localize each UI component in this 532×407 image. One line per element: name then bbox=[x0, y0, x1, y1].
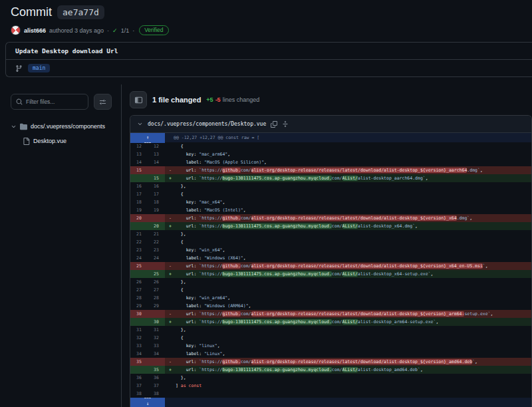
new-line-number[interactable]: 19 bbox=[148, 206, 165, 214]
expand-up-button[interactable]: ↑ bbox=[130, 133, 165, 143]
new-line-number[interactable]: 17 bbox=[148, 190, 165, 198]
old-line-number[interactable]: 12 bbox=[130, 142, 148, 150]
code-segment: alist-org/desktop-release/releases/lates… bbox=[251, 215, 457, 221]
old-line-number[interactable]: 33 bbox=[130, 342, 148, 350]
code-segment: "MacOS (Intel)" bbox=[204, 207, 243, 213]
old-line-number[interactable]: 28 bbox=[130, 294, 148, 302]
tree-options-button[interactable] bbox=[94, 94, 112, 110]
old-line-number[interactable]: 26 bbox=[130, 278, 148, 286]
old-line-number[interactable]: 18 bbox=[130, 198, 148, 206]
old-line-number[interactable]: 19 bbox=[130, 206, 148, 214]
old-line-number[interactable] bbox=[130, 222, 148, 230]
new-line-number[interactable]: 34 bbox=[148, 350, 165, 358]
chevron-down-icon[interactable] bbox=[137, 121, 143, 127]
old-line-number[interactable]: 27 bbox=[130, 286, 148, 294]
old-line-number[interactable]: 15 bbox=[130, 166, 148, 174]
new-line-number[interactable] bbox=[148, 262, 165, 270]
diff-context-row: 2323 key: "win_x64", bbox=[130, 246, 531, 254]
branch-badge[interactable]: main bbox=[28, 64, 50, 72]
sidebar-item-components-folder[interactable]: docs/.vuepress/components bbox=[11, 119, 112, 134]
old-line-number[interactable]: 38 bbox=[130, 390, 148, 398]
old-line-number[interactable] bbox=[130, 366, 148, 374]
new-line-number[interactable]: 25 bbox=[148, 270, 165, 278]
new-line-number[interactable]: 29 bbox=[148, 302, 165, 310]
copy-icon[interactable] bbox=[271, 121, 277, 128]
old-line-number[interactable]: 14 bbox=[130, 158, 148, 166]
old-line-number[interactable]: 22 bbox=[130, 238, 148, 246]
old-line-number[interactable] bbox=[130, 270, 148, 278]
new-line-number[interactable]: 30 bbox=[148, 318, 165, 326]
code-segment: com/ bbox=[332, 319, 342, 325]
old-line-number[interactable]: 30 bbox=[130, 310, 148, 318]
new-line-number[interactable] bbox=[148, 166, 165, 174]
diff-marker bbox=[165, 302, 176, 310]
new-line-number[interactable] bbox=[148, 310, 165, 318]
diff-marker bbox=[165, 246, 176, 254]
old-line-number[interactable]: 25 bbox=[130, 262, 148, 270]
new-line-number[interactable]: 33 bbox=[148, 342, 165, 350]
verified-badge[interactable]: Verified bbox=[139, 25, 168, 35]
new-line-number[interactable]: 24 bbox=[148, 254, 165, 262]
author-link[interactable]: alist666 bbox=[24, 27, 46, 34]
old-line-number[interactable] bbox=[130, 318, 148, 326]
old-line-number[interactable]: 36 bbox=[130, 374, 148, 382]
new-line-number[interactable]: 21 bbox=[148, 230, 165, 238]
new-line-number[interactable]: 37 bbox=[148, 382, 165, 390]
old-line-number[interactable]: 34 bbox=[130, 350, 148, 358]
checks-count[interactable]: 1/1 bbox=[121, 27, 130, 34]
old-line-number[interactable]: 32 bbox=[130, 334, 148, 342]
old-line-number[interactable]: 21 bbox=[130, 230, 148, 238]
new-line-number[interactable]: 12 bbox=[148, 142, 165, 150]
code-line: { bbox=[176, 190, 531, 198]
old-line-number[interactable]: 29 bbox=[130, 302, 148, 310]
new-line-number[interactable]: 22 bbox=[148, 238, 165, 246]
new-line-number[interactable]: 20 bbox=[148, 222, 165, 230]
new-line-number[interactable]: 36 bbox=[148, 374, 165, 382]
diff-marker bbox=[165, 238, 176, 246]
new-line-number[interactable]: 31 bbox=[148, 326, 165, 334]
new-line-number[interactable]: 14 bbox=[148, 158, 165, 166]
code-segment: key bbox=[186, 200, 194, 205]
old-line-number[interactable]: 13 bbox=[130, 150, 148, 158]
new-line-number[interactable]: 28 bbox=[148, 294, 165, 302]
code-line: url: `https://github.com/alist-org/deskt… bbox=[176, 310, 531, 318]
filter-files-field[interactable] bbox=[11, 94, 88, 110]
collapse-file-tree-button[interactable] bbox=[130, 91, 147, 108]
file-path[interactable]: docs/.vuepress/components/Desktop.vue bbox=[148, 121, 266, 127]
old-line-number[interactable] bbox=[130, 174, 148, 182]
old-line-number[interactable]: 16 bbox=[130, 182, 148, 190]
new-line-number[interactable]: 16 bbox=[148, 182, 165, 190]
new-line-number[interactable]: 15 bbox=[148, 174, 165, 182]
old-line-number[interactable]: 17 bbox=[130, 190, 148, 198]
expand-down-button[interactable]: ↓ bbox=[130, 398, 165, 407]
code-segment: , bbox=[264, 160, 267, 165]
new-line-number[interactable]: 32 bbox=[148, 334, 165, 342]
diff-marker bbox=[165, 198, 176, 206]
code-line: url: `https://bugo-1301111475.cos.ap-gua… bbox=[176, 222, 531, 230]
old-line-number[interactable]: 20 bbox=[130, 214, 148, 222]
avatar[interactable] bbox=[11, 25, 21, 35]
old-line-number[interactable]: 24 bbox=[130, 254, 148, 262]
old-line-number[interactable]: 35 bbox=[130, 358, 148, 366]
code-segment: }, bbox=[176, 279, 186, 285]
new-line-number[interactable]: 26 bbox=[148, 278, 165, 286]
code-segment: alist-org/desktop-release/releases/lates… bbox=[251, 263, 483, 269]
sidebar-item-desktop-vue[interactable]: Desktop.vue bbox=[11, 134, 112, 148]
code-segment: bugo-1301111475.cos.ap-guangzhou.myqclou… bbox=[222, 367, 331, 372]
new-line-number[interactable]: 18 bbox=[148, 198, 165, 206]
old-line-number[interactable]: 37 bbox=[130, 382, 148, 390]
unfold-icon[interactable] bbox=[282, 120, 289, 128]
new-line-number[interactable] bbox=[148, 214, 165, 222]
new-line-number[interactable]: 38 bbox=[148, 390, 165, 398]
new-line-number[interactable]: 27 bbox=[148, 286, 165, 294]
file-icon bbox=[23, 138, 30, 145]
new-line-number[interactable]: 23 bbox=[148, 246, 165, 254]
new-line-number[interactable]: 35 bbox=[148, 366, 165, 374]
old-line-number[interactable]: 23 bbox=[130, 246, 148, 254]
diff-marker bbox=[165, 278, 176, 286]
filter-files-input[interactable] bbox=[26, 98, 83, 105]
diff-marker bbox=[165, 342, 176, 350]
new-line-number[interactable] bbox=[148, 358, 165, 366]
new-line-number[interactable]: 13 bbox=[148, 150, 165, 158]
old-line-number[interactable]: 31 bbox=[130, 326, 148, 334]
